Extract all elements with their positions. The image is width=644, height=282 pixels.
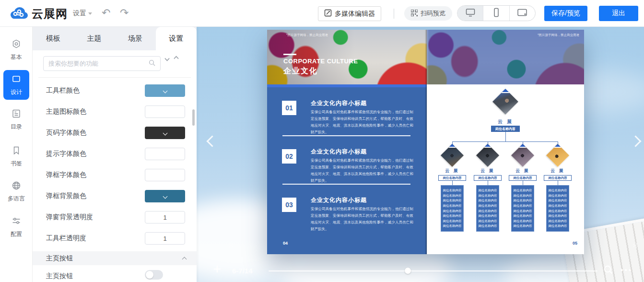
- settings-menu[interactable]: 设置: [73, 9, 92, 18]
- sidebar-item-config[interactable]: 配置: [0, 216, 33, 238]
- sidebar-item-languages[interactable]: 多语言: [0, 180, 33, 203]
- org-duty-item: 岗位名称内容: [546, 210, 569, 213]
- sliders-icon: [11, 216, 22, 228]
- tab-themes[interactable]: 主题: [74, 27, 115, 50]
- progress-track[interactable]: [269, 270, 597, 271]
- popup-font-color-input-wrap: [145, 169, 185, 181]
- expand-all-icon[interactable]: [165, 58, 169, 59]
- settings-panel: 模板 主题 场景 设置 工具栏颜色 主: [33, 27, 197, 282]
- save-preview-button[interactable]: 保存/预览: [544, 6, 587, 21]
- toggle-row-label: 主页按钮: [46, 272, 73, 281]
- first-page-button[interactable]: [229, 243, 234, 248]
- sidebar-item-label: 目录: [11, 123, 22, 131]
- collapse-all-icon[interactable]: [175, 58, 178, 59]
- book-page-right[interactable]: *图片源于网络，禁止商业用途 云 展 岗位名称内容 云 展 岗位名称内容: [427, 30, 584, 254]
- tab-scenes[interactable]: 场景: [115, 27, 156, 50]
- more-options-icon[interactable]: ●●●: [621, 268, 632, 272]
- org-duty-item: 岗位名称内容: [476, 220, 499, 223]
- panel-scrollbar-thumb[interactable]: [192, 109, 195, 126]
- setting-label: 弹窗背景透明度: [46, 213, 93, 222]
- org-connector: [488, 181, 488, 185]
- org-duty-item: 岗位名称内容: [511, 204, 534, 208]
- sidebar-item-bookmark[interactable]: 书签: [0, 145, 33, 168]
- section-body: 安保公司具备应对危机事件和紧急情况的专业能力，他们通过制定应急预案、安保培训和培…: [311, 206, 413, 233]
- prev-page-arrow[interactable]: [206, 135, 218, 147]
- org-duty-item: 岗位名称内容: [476, 210, 499, 213]
- sidebar-item-label: 配置: [11, 230, 22, 238]
- qr-preview-button[interactable]: 扫码预览: [404, 6, 452, 21]
- last-page-button[interactable]: [632, 243, 637, 248]
- page-number: 04: [283, 241, 288, 246]
- accent-strip: [267, 84, 427, 87]
- multimedia-editor-button[interactable]: 多媒体编辑器: [318, 6, 381, 21]
- sidebar-item-design[interactable]: 设计: [3, 70, 29, 100]
- popup-font-color-input[interactable]: [145, 169, 185, 181]
- org-duty-item: 岗位名称内容: [441, 220, 464, 223]
- device-phone-button[interactable]: [483, 6, 509, 21]
- search-box: [43, 56, 161, 71]
- home-button-toggle-row: 主页按钮: [33, 265, 197, 282]
- org-duty-item: 岗位名称内容: [476, 204, 499, 208]
- home-button-section-header[interactable]: 主页按钮: [33, 251, 197, 265]
- hint-color-input[interactable]: [145, 148, 185, 160]
- org-duty-item: 岗位名称内容: [441, 224, 464, 228]
- popup-bg-color-dropdown[interactable]: [145, 190, 185, 202]
- org-duty-item: 岗位名称内容: [441, 204, 464, 208]
- phone-icon: [491, 8, 502, 19]
- multimedia-editor-label: 多媒体编辑器: [335, 10, 375, 18]
- device-tablet-button[interactable]: [510, 6, 535, 21]
- brand-logo[interactable]: 云展网: [9, 6, 68, 22]
- device-desktop-button[interactable]: [457, 6, 483, 21]
- book-page-left[interactable]: *图片源于网络，禁止商业用途 CORPORATE CULTURE 企业文化 01…: [267, 30, 427, 254]
- toolbar-opacity-input[interactable]: [145, 233, 185, 244]
- setting-label: 工具栏颜色: [46, 86, 80, 95]
- org-duty-item: 岗位名称内容: [511, 189, 534, 192]
- search-input[interactable]: [48, 60, 146, 67]
- left-sidebar: 基本 设计 目录 书签: [0, 27, 33, 282]
- theme-icon-color-input[interactable]: [145, 106, 185, 118]
- undo-button[interactable]: ↶: [102, 6, 110, 20]
- caret-down-icon: [88, 12, 92, 15]
- page-number: 05: [573, 241, 577, 246]
- toolbar-opacity-input-wrap: [145, 232, 185, 245]
- section-header-label: 主页按钮: [46, 254, 73, 263]
- org-member-badge: 岗位名称内容: [474, 175, 502, 181]
- next-page-arrow[interactable]: [630, 135, 641, 147]
- section-divider: [282, 184, 410, 185]
- panel-tabs: 模板 主题 场景 设置: [33, 27, 197, 50]
- search-icon: [149, 59, 155, 68]
- book-spread: *图片源于网络，禁止商业用途 CORPORATE CULTURE 企业文化 01…: [267, 30, 584, 254]
- section-divider: [282, 135, 410, 136]
- redo-button[interactable]: ↷: [120, 6, 129, 20]
- org-connector: [523, 181, 523, 185]
- org-member-photo: [441, 144, 464, 167]
- tab-settings[interactable]: 设置: [156, 27, 197, 50]
- toolbar-color-dropdown[interactable]: [145, 84, 185, 97]
- device-preview-switcher: [457, 5, 536, 21]
- org-duty-item: 岗位名称内容: [546, 224, 569, 228]
- sidebar-item-catalog[interactable]: 目录: [0, 108, 33, 131]
- org-member-badge: 岗位名称内容: [544, 175, 572, 181]
- org-duty-list: 岗位名称内容岗位名称内容岗位名称内容岗位名称内容岗位名称内容岗位名称内容岗位名称…: [476, 185, 499, 232]
- sidebar-item-label: 设计: [11, 88, 22, 96]
- magnifier-icon[interactable]: [603, 265, 614, 277]
- popup-opacity-input[interactable]: [145, 212, 185, 223]
- sidebar-item-basic[interactable]: 基本: [0, 39, 33, 61]
- progress-handle[interactable]: [405, 268, 411, 274]
- catalog-icon: [11, 108, 22, 121]
- setting-label: 页码字体颜色: [46, 129, 86, 137]
- chevron-down-icon: [163, 130, 167, 135]
- setting-row-popup-font-color: 弹框字体颜色: [33, 164, 197, 186]
- setting-label: 主题图标颜色: [46, 107, 86, 116]
- popup-opacity-input-wrap: [145, 211, 185, 223]
- org-duty-item: 岗位名称内容: [511, 199, 534, 202]
- home-button-toggle[interactable]: [145, 270, 163, 280]
- tab-templates[interactable]: 模板: [33, 27, 74, 50]
- org-duty-item: 岗位名称内容: [546, 199, 569, 202]
- org-duty-item: 岗位名称内容: [441, 189, 464, 192]
- org-duty-item: 岗位名称内容: [476, 189, 499, 192]
- zoom-in-button[interactable]: +: [213, 262, 222, 276]
- org-column: 云 展 岗位名称内容 岗位名称内容岗位名称内容岗位名称内容岗位名称内容岗位名称内…: [473, 30, 502, 254]
- pagenum-color-dropdown[interactable]: [145, 127, 185, 139]
- exit-button[interactable]: 退出: [599, 6, 638, 21]
